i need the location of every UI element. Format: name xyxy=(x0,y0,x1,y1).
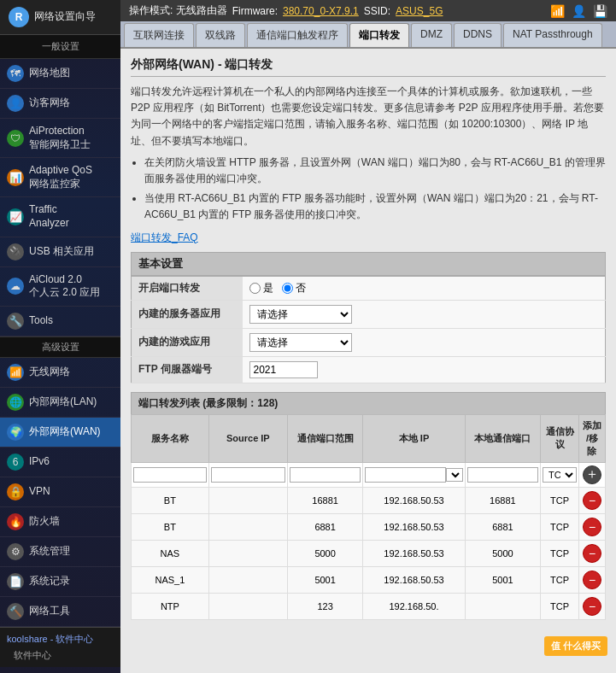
sidebar-item-firewall[interactable]: 🔥 防火墙 xyxy=(0,507,120,537)
sidebar-item-label: 网络地图 xyxy=(29,67,70,80)
sidebar-item-ipv6[interactable]: 6 IPv6 xyxy=(0,448,120,477)
cell-source-ip xyxy=(208,566,287,593)
firmware-link[interactable]: 380.70_0-X7.9.1 xyxy=(283,5,359,17)
softcenter-item[interactable]: 软件中心 xyxy=(7,646,114,662)
cell-service-name: NTP xyxy=(132,593,209,619)
tab-dualwan[interactable]: 双线路 xyxy=(196,23,245,47)
cell-local-port xyxy=(465,593,540,619)
cell-local-ip: 192.168.50.53 xyxy=(363,540,465,566)
add-row-button[interactable]: ＋ xyxy=(583,465,601,484)
sidebar-item-admin[interactable]: ⚙ 系统管理 xyxy=(0,537,120,567)
sidebar-item-network-map[interactable]: 🗺 网络地图 xyxy=(0,59,120,89)
sidebar-item-label: 系统记录 xyxy=(29,575,70,588)
syslog-icon: 📄 xyxy=(7,573,24,590)
port-forwarding-table: 服务名称 Source IP 通信端口范围 本地 IP 本地通信端口 通信协议 … xyxy=(131,414,606,620)
input-source-ip[interactable] xyxy=(211,467,285,483)
cell-local-port: 16881 xyxy=(465,487,540,513)
description: 端口转发允许远程计算机在一个私人的内部网络内连接至一个具体的计算机或服务。欲加速… xyxy=(131,84,606,224)
cell-protocol: TCP xyxy=(541,593,579,619)
input-service-name[interactable] xyxy=(133,467,207,483)
cell-port-range: 5001 xyxy=(287,566,362,593)
radio-no-input[interactable] xyxy=(282,283,293,294)
tab-dmz[interactable]: DMZ xyxy=(411,23,452,47)
koolshare-section: koolshare - 软件中心 软件中心 xyxy=(0,627,120,667)
sidebar-item-label: 防火墙 xyxy=(29,515,60,529)
cell-service-name: BT xyxy=(132,487,209,513)
sidebar-item-label: 无线网络 xyxy=(29,366,70,379)
sidebar-item-lan[interactable]: 🌐 内部网络(LAN) xyxy=(0,388,120,418)
cloud-icon: ☁ xyxy=(7,278,24,295)
sidebar-item-nettools[interactable]: 🔨 网络工具 xyxy=(0,597,120,627)
sidebar-item-wireless[interactable]: 📶 无线网络 xyxy=(0,358,120,388)
lan-icon: 🌐 xyxy=(7,394,24,411)
tab-portbind[interactable]: 通信端口触发程序 xyxy=(247,23,348,47)
cell-source-ip xyxy=(208,487,287,513)
remove-row-button[interactable]: − xyxy=(583,544,601,563)
table-row: NAS_1 5001 192.168.50.53 5001 TCP − xyxy=(132,566,606,593)
sidebar-item-usb[interactable]: 🔌 USB 相关应用 xyxy=(0,237,120,267)
sidebar-item-aicloud[interactable]: ☁ AiCloud 2.0个人云 2.0 应用 xyxy=(0,267,120,307)
operation-mode: 操作模式: 无线路由器 xyxy=(129,3,227,18)
cell-protocol: TCP xyxy=(541,540,579,566)
remove-row-button[interactable]: − xyxy=(583,491,601,510)
builtin-game-select[interactable]: 请选择 xyxy=(249,333,352,352)
wireless-icon: 📶 xyxy=(7,364,24,381)
input-port-range[interactable] xyxy=(290,467,361,483)
sidebar-item-label: TrafficAnalyzer xyxy=(29,203,69,230)
input-local-ip[interactable] xyxy=(365,467,445,483)
input-local-ip-select[interactable]: ▼ xyxy=(446,468,463,482)
radio-yes-label: 是 xyxy=(263,281,273,296)
network-map-icon: 🗺 xyxy=(7,65,24,82)
sidebar-item-tools[interactable]: 🔧 Tools xyxy=(0,307,120,336)
general-settings-title: 一般设置 xyxy=(0,35,120,59)
radio-no[interactable]: 否 xyxy=(282,281,306,296)
sidebar-item-label: 访客网络 xyxy=(29,97,70,110)
remove-row-button[interactable]: − xyxy=(583,571,601,589)
tab-internet[interactable]: 互联网连接 xyxy=(124,23,194,47)
cell-local-port: 5001 xyxy=(465,566,540,593)
save-icon[interactable]: 💾 xyxy=(593,4,607,18)
cell-local-ip: 192.168.50.53 xyxy=(363,487,465,513)
wifi-icon: 📶 xyxy=(550,4,565,18)
cell-service-name: NAS_1 xyxy=(132,566,209,593)
koolshare-title[interactable]: koolshare - 软件中心 xyxy=(7,633,114,646)
tab-ddns[interactable]: DDNS xyxy=(454,23,502,47)
cell-local-port: 5000 xyxy=(465,540,540,566)
builtin-game-label: 内建的游戏应用 xyxy=(132,328,243,356)
sidebar-item-syslog[interactable]: 📄 系统记录 xyxy=(0,567,120,597)
sidebar-item-wan[interactable]: 🌍 外部网络(WAN) xyxy=(0,418,120,448)
topbar: 操作模式: 无线路由器 Firmware: 380.70_0-X7.9.1 SS… xyxy=(120,0,616,21)
sidebar-logo[interactable]: R 网络设置向导 xyxy=(0,0,120,35)
remove-row-button[interactable]: − xyxy=(583,518,601,536)
col-source-ip: Source IP xyxy=(208,414,287,462)
faq-link[interactable]: 端口转发_FAQ xyxy=(131,231,198,245)
sidebar-title: 网络设置向导 xyxy=(34,10,96,24)
sidebar-item-label: VPN xyxy=(29,485,50,499)
input-local-port[interactable] xyxy=(467,467,538,483)
input-protocol-select[interactable]: TCP UDP BOTH xyxy=(543,467,577,483)
col-add-remove: 添加/移除 xyxy=(578,414,605,462)
sidebar-item-traffic-analyzer[interactable]: 📈 TrafficAnalyzer xyxy=(0,197,120,237)
ftp-port-input[interactable] xyxy=(249,361,318,378)
cell-source-ip xyxy=(208,540,287,566)
ipv6-icon: 6 xyxy=(7,454,24,471)
table-row: BT 16881 192.168.50.53 16881 TCP − xyxy=(132,487,606,513)
tab-portforward[interactable]: 端口转发 xyxy=(349,23,409,47)
radio-yes[interactable]: 是 xyxy=(249,281,273,296)
enable-label: 开启端口转发 xyxy=(132,276,243,300)
builtin-server-select[interactable]: 请选择 xyxy=(249,305,352,324)
sidebar-item-guest-network[interactable]: 👤 访客网络 xyxy=(0,89,120,119)
remove-row-button[interactable]: − xyxy=(583,597,601,616)
sidebar-item-qos[interactable]: 📊 Adaptive QoS网络监控家 xyxy=(0,158,120,197)
cell-service-name: BT xyxy=(132,513,209,540)
tab-natpassthrough[interactable]: NAT Passthrough xyxy=(503,23,602,47)
sidebar-item-aiprotection[interactable]: 🛡 AiProtection智能网络卫士 xyxy=(0,119,120,158)
person-icon: 👤 xyxy=(572,4,586,18)
sidebar: R 网络设置向导 一般设置 🗺 网络地图 👤 访客网络 🛡 AiProtecti… xyxy=(0,0,120,673)
radio-yes-input[interactable] xyxy=(249,283,261,294)
cell-protocol: TCP xyxy=(541,487,579,513)
sidebar-item-label: IPv6 xyxy=(29,455,50,469)
ssid-link[interactable]: ASUS_5G xyxy=(396,5,443,17)
sidebar-item-vpn[interactable]: 🔒 VPN xyxy=(0,477,120,507)
cell-local-ip: 192.168.50.53 xyxy=(363,566,465,593)
